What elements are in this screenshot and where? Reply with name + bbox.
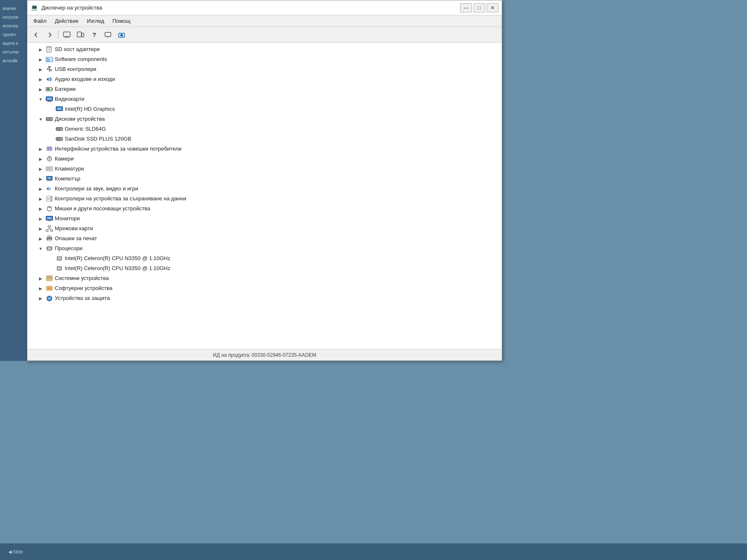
bottom-bar: ◀ Slide (0, 543, 747, 560)
label-hid: Интерфейсни устройства за човешки потреб… (55, 145, 181, 153)
toolbar-btn-3[interactable] (102, 29, 114, 41)
label-printer: Опашки за печат (55, 235, 97, 242)
sidebar-item-5[interactable]: ащита н (2, 39, 27, 48)
menu-file[interactable]: Файл (30, 17, 50, 25)
tree-item-sandisk[interactable]: ▶ SanDisk SSD PLUS 120GB (27, 134, 502, 144)
sidebar-item-3[interactable]: испечер (2, 22, 27, 30)
svg-rect-0 (63, 32, 70, 37)
svg-rect-41 (50, 148, 51, 149)
icon-video (46, 95, 53, 103)
tree-item-software[interactable]: ▶ Software components (27, 54, 502, 64)
tree-item-cpu[interactable]: ▼ Процесори (27, 243, 502, 253)
svg-rect-4 (82, 33, 84, 37)
tree-item-usb[interactable]: ▶ USB контролери (27, 64, 502, 74)
arrow-softdev: ▶ (37, 285, 44, 292)
toolbar-btn-1[interactable] (61, 29, 73, 41)
svg-rect-11 (49, 46, 50, 48)
sidebar-item-4[interactable]: тдалеч (2, 30, 27, 39)
menu-view[interactable]: Изглед (83, 17, 107, 25)
tree-item-camera[interactable]: ▶ Камери (27, 154, 502, 164)
arrow-video: ▼ (37, 96, 44, 102)
svg-rect-28 (48, 101, 51, 102)
icon-network (46, 225, 53, 232)
title-bar-left: 💻 Диспечер на устройства (31, 4, 102, 12)
svg-rect-16 (47, 61, 49, 61)
icon-cpu (46, 245, 53, 252)
svg-rect-84 (58, 258, 61, 259)
svg-point-33 (51, 118, 52, 120)
tree-item-video[interactable]: ▼ Видеокарти (27, 94, 502, 104)
toolbar: ? (27, 27, 502, 43)
svg-rect-27 (47, 97, 52, 100)
tree-item-keyboard[interactable]: ▶ Клавиатури (27, 164, 502, 174)
svg-rect-3 (77, 32, 81, 37)
menu-action[interactable]: Действие (51, 17, 82, 25)
svg-rect-48 (48, 168, 49, 168)
tree-item-audio[interactable]: ▶ Аудио входове и изходи (27, 74, 502, 84)
back-button[interactable] (30, 29, 42, 41)
tree-item-printer[interactable]: ▶ Опашки за печат (27, 234, 502, 243)
forward-button[interactable] (44, 29, 56, 41)
svg-rect-15 (47, 59, 50, 60)
tree-item-battery[interactable]: ▶ Батерии (27, 84, 502, 94)
tree-item-security[interactable]: ▶ Устройства за защита (27, 293, 502, 303)
label-camera: Камери (55, 155, 73, 163)
tree-item-monitors[interactable]: ▶ Монитори (27, 214, 502, 224)
tree-item-mouse[interactable]: ▶ Мишки и други посочващи устройства (27, 204, 502, 214)
icon-sysdev (46, 275, 53, 282)
sidebar-item-1[interactable]: ачален (2, 4, 27, 13)
icon-keyboard (46, 165, 53, 173)
icon-cpu-1 (56, 255, 63, 262)
svg-rect-12 (51, 46, 51, 48)
sidebar-item-7[interactable]: астройк (2, 56, 27, 65)
label-sound: Контролери за звук, видео и игри (55, 185, 138, 192)
svg-rect-49 (49, 168, 50, 168)
title-controls: — □ ✕ (460, 3, 498, 12)
arrow-monitors: ▶ (37, 215, 44, 222)
toolbar-btn-2[interactable] (74, 29, 87, 41)
sidebar-item-6[interactable]: оптълни (2, 48, 27, 56)
arrow-cpu: ▼ (37, 245, 44, 252)
sidebar-item-2[interactable]: онтроли (2, 13, 27, 22)
toolbar-help-btn[interactable]: ? (88, 29, 100, 41)
toolbar-btn-4[interactable] (115, 29, 128, 41)
tree-item-storage-ctrl[interactable]: ▶ Контролери на устройства за съхраняван… (27, 194, 502, 204)
tree-item-sd[interactable]: ▶ SD хост адаптери (27, 44, 502, 54)
svg-rect-56 (48, 180, 51, 181)
tree-item-sound[interactable]: ▶ Контролери за звук, видео и игри (27, 184, 502, 194)
arrow-audio: ▶ (37, 76, 44, 83)
tree-item-network[interactable]: ▶ Мрежови карти (27, 224, 502, 234)
arrow-sysdev: ▶ (37, 275, 44, 282)
tree-item-cpu-2[interactable]: ▶ Intel(R) Celeron(R) CPU N3350 @ 1.10GH… (27, 263, 502, 273)
device-tree[interactable]: ▶ SD хост адаптери ▶ (27, 43, 502, 349)
left-sidebar: ачален онтроли испечер тдалеч ащита н оп… (0, 0, 28, 361)
close-button[interactable]: ✕ (487, 3, 498, 12)
label-cpu: Процесори (55, 245, 83, 252)
svg-rect-57 (47, 181, 52, 181)
icon-storage-ctrl (46, 195, 53, 202)
tree-item-softdev[interactable]: ▶ Софтуерни устройства (27, 283, 502, 293)
maximize-button[interactable]: □ (474, 3, 485, 12)
svg-rect-25 (47, 88, 50, 90)
tree-item-intel-graphics[interactable]: ▶ Intel(R) HD Graphics (27, 104, 502, 114)
arrow-printer: ▶ (37, 235, 44, 242)
tree-item-sysdev[interactable]: ▶ Системни устройства (27, 273, 502, 283)
tree-item-hid[interactable]: ▶ Интерфейсни устройства за човешки потр… (27, 144, 502, 154)
svg-point-61 (51, 200, 51, 200)
svg-rect-90 (47, 287, 51, 290)
tree-item-cpu-1[interactable]: ▶ Intel(R) Celeron(R) CPU N3350 @ 1.10GH… (27, 253, 502, 263)
arrow-sd: ▶ (37, 46, 44, 53)
arrow-software: ▶ (37, 56, 44, 63)
tree-item-computer[interactable]: ▶ Компютър (27, 174, 502, 184)
menu-help[interactable]: Помощ (109, 17, 134, 25)
label-battery: Батерии (55, 85, 76, 93)
minimize-button[interactable]: — (460, 3, 472, 12)
svg-rect-69 (51, 230, 53, 231)
title-bar: 💻 Диспечер на устройства — □ ✕ (27, 0, 502, 15)
tree-item-disk[interactable]: ▼ Дискови устройства (27, 114, 502, 124)
tree-item-sld64g[interactable]: ▶ Generic SLD64G (27, 124, 502, 134)
content-area: ▶ SD хост адаптери ▶ (27, 43, 502, 349)
arrow-keyboard: ▶ (37, 166, 44, 172)
svg-rect-10 (47, 46, 48, 48)
svg-point-36 (61, 128, 62, 130)
